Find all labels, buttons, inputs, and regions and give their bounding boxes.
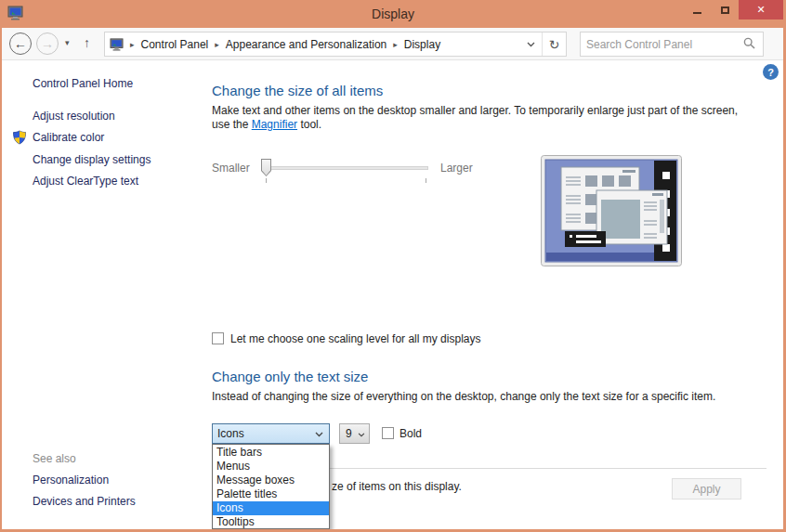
uac-shield-icon [12,130,27,149]
slider-smaller-label: Smaller [212,162,250,175]
scaling-checkbox-label: Let me choose one scaling level for all … [230,332,480,345]
breadcrumb-separator-icon: ▸ [130,40,135,49]
sidebar-item-control-panel-home[interactable]: Control Panel Home [33,77,133,90]
dropdown-option-tooltips[interactable]: Tooltips [213,515,329,529]
maximize-icon [721,6,729,14]
recent-pages-dropdown[interactable]: ▾ [65,38,70,47]
search-box [580,32,764,57]
close-icon: ✕ [756,4,765,16]
item-select-combobox[interactable]: Icons [212,423,330,444]
item-select-value: Icons [217,427,244,440]
dropdown-option-icons[interactable]: Icons [213,501,329,515]
forward-button[interactable]: → [36,32,59,55]
minimize-button[interactable] [683,0,711,19]
chevron-down-icon: ▾ [65,38,70,47]
see-also-header: See also [33,452,76,465]
size-slider-handle[interactable] [261,159,271,176]
search-icon[interactable] [743,36,755,53]
section-title-text: Change only the text size [212,369,368,384]
help-icon: ? [767,67,774,78]
dropdown-option-message-boxes[interactable]: Message boxes [213,474,329,487]
slider-tick [266,178,267,183]
window-border-left [0,28,2,532]
sidebar-item-change-display-settings[interactable]: Change display settings [33,153,151,166]
breadcrumb-display-icon [110,38,124,51]
refresh-button[interactable]: ↻ [542,32,566,56]
chevron-down-icon [358,427,365,440]
window-title: Display [0,0,786,28]
section-title-size: Change the size of all items [212,83,383,98]
navigation-bar: ← → ▾ ↑ ▸ Control Panel ▸ Appearance and… [2,28,783,60]
breadcrumb-control-panel[interactable]: Control Panel [141,38,209,51]
maximize-button[interactable] [711,0,739,19]
footer-text: ze of items on this display. [332,480,462,493]
breadcrumb-separator-icon: ▸ [393,40,398,49]
minimize-icon [693,12,701,14]
size-select-combobox[interactable]: 9 [339,423,370,444]
dropdown-option-title-bars[interactable]: Title bars [213,446,329,460]
help-button[interactable]: ? [763,64,779,80]
address-bar[interactable]: ▸ Control Panel ▸ Appearance and Persona… [104,32,567,57]
search-input[interactable] [581,38,743,51]
bold-checkbox-label: Bold [400,427,422,440]
display-preview-image [541,155,682,270]
item-select-dropdown-list: Title bars Menus Message boxes Palette t… [212,444,330,529]
sidebar-item-calibrate-color[interactable]: Calibrate color [33,131,104,144]
chevron-down-icon [527,42,535,47]
magnifier-link[interactable]: Magnifier [252,118,297,131]
refresh-icon: ↻ [549,37,560,52]
slider-larger-label: Larger [440,162,473,175]
display-control-panel-window: Display ✕ ← → ▾ ↑ ▸ Control Pa [0,0,786,532]
address-dropdown-button[interactable] [519,32,542,56]
sidebar-item-adjust-resolution[interactable]: Adjust resolution [33,110,115,123]
sidebar-item-adjust-cleartype[interactable]: Adjust ClearType text [33,175,138,188]
chevron-down-icon [315,427,323,440]
sidebar-item-devices-printers[interactable]: Devices and Printers [33,495,136,508]
breadcrumb-separator-icon: ▸ [215,40,219,49]
dropdown-option-palette-titles[interactable]: Palette titles [213,487,329,501]
size-select-value: 9 [346,427,352,440]
back-icon: ← [14,36,27,51]
bold-checkbox[interactable] [382,427,394,439]
breadcrumb-appearance[interactable]: Appearance and Personalization [226,38,386,51]
size-description-line2: use the Magnifier tool. [212,118,321,132]
text-description: Instead of changing the size of everythi… [212,390,715,404]
breadcrumb-display[interactable]: Display [404,38,440,51]
close-button[interactable]: ✕ [739,0,783,19]
dropdown-option-menus[interactable]: Menus [213,460,329,474]
scaling-checkbox[interactable] [212,332,224,344]
back-button[interactable]: ← [9,32,32,55]
size-description-line1: Make text and other items on the desktop… [212,104,738,118]
sidebar-item-personalization[interactable]: Personalization [33,474,109,487]
titlebar: Display ✕ [0,0,786,28]
up-icon: ↑ [84,35,90,50]
apply-button[interactable]: Apply [672,478,741,500]
up-button[interactable]: ↑ [84,35,90,50]
slider-tick [426,178,426,183]
size-slider-track[interactable] [261,166,428,170]
forward-icon: → [41,36,54,51]
